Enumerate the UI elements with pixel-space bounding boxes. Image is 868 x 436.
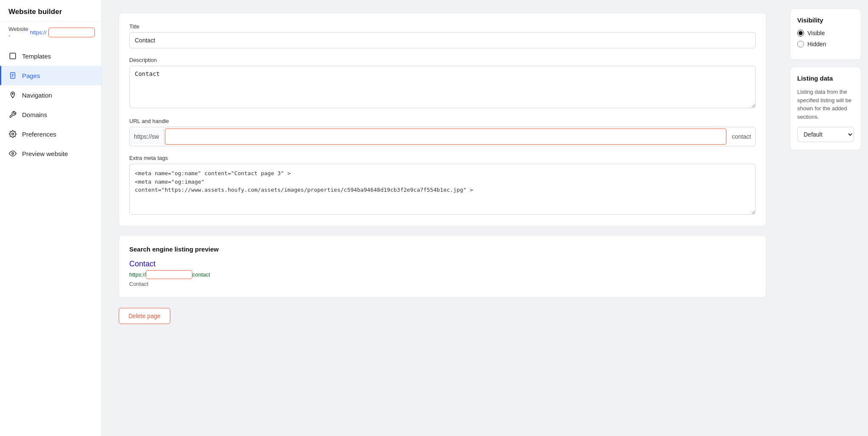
visible-label: Visible — [807, 30, 825, 36]
listing-title: Listing data — [797, 75, 854, 82]
seo-preview-url-row: https:// contact — [129, 270, 756, 279]
sidebar-item-preview[interactable]: Preview website — [0, 144, 101, 163]
description-textarea[interactable]: Contact — [129, 66, 756, 108]
sidebar-label-preferences: Preferences — [22, 131, 56, 138]
sidebar-item-navigation[interactable]: Navigation — [0, 85, 101, 105]
website-url-link[interactable]: https:// — [30, 29, 47, 36]
svg-rect-0 — [10, 53, 16, 59]
website-url-input[interactable] — [48, 28, 95, 37]
title-label: Title — [129, 23, 756, 30]
description-label: Description — [129, 57, 756, 63]
meta-label: Extra meta tags — [129, 155, 756, 161]
sidebar-header: Website builder — [0, 0, 101, 22]
visible-option[interactable]: Visible — [797, 30, 854, 36]
sidebar-item-preferences[interactable]: Preferences — [0, 124, 101, 144]
app-title: Website builder — [8, 8, 62, 16]
title-input[interactable] — [129, 32, 756, 48]
visibility-title: Visibility — [797, 17, 854, 24]
delete-page-button[interactable]: Delete page — [119, 308, 170, 324]
sidebar-label-pages: Pages — [22, 72, 40, 79]
meta-group: Extra meta tags <meta name="og:name" con… — [129, 155, 756, 216]
right-panel: Visibility Visible Hidden Listing data L… — [783, 0, 868, 436]
seo-preview-page-title: Contact — [129, 260, 756, 268]
url-group: URL and handle https://sw contact — [129, 118, 756, 146]
svg-point-7 — [12, 153, 14, 155]
seo-preview-card: Search engine listing preview Contact ht… — [119, 235, 766, 298]
seo-url-input[interactable] — [146, 270, 192, 279]
seo-preview-label: Search engine listing preview — [129, 246, 756, 253]
sidebar-nav: Templates Pages Navigation — [0, 43, 101, 167]
website-label: Website - — [8, 26, 28, 39]
listing-select[interactable]: Default Option 1 Option 2 — [797, 127, 854, 142]
hidden-radio[interactable] — [797, 41, 804, 48]
sidebar-item-templates[interactable]: Templates — [0, 46, 101, 66]
listing-desc: Listing data from the specified listing … — [797, 88, 854, 121]
sidebar-item-domains[interactable]: Domains — [0, 105, 101, 124]
title-card: Title Description Contact URL and handle… — [119, 13, 766, 226]
title-group: Title — [129, 23, 756, 48]
sidebar-label-navigation: Navigation — [22, 92, 52, 99]
sidebar: Website builder Website - https:// Templ… — [0, 0, 102, 436]
seo-preview-desc: Contact — [129, 281, 756, 287]
url-suffix: contact — [728, 129, 755, 144]
website-row: Website - https:// — [0, 22, 101, 43]
url-handle-input[interactable] — [165, 129, 726, 145]
main-content: Title Description Contact URL and handle… — [102, 0, 783, 436]
description-group: Description Contact — [129, 57, 756, 109]
meta-tags-textarea[interactable]: <meta name="og:name" content="Contact pa… — [129, 164, 756, 215]
hidden-label: Hidden — [807, 41, 826, 48]
svg-point-5 — [12, 93, 14, 95]
listing-data-card: Listing data Listing data from the speci… — [790, 67, 861, 150]
sidebar-label-domains: Domains — [22, 111, 47, 118]
eye-icon — [8, 149, 17, 158]
seo-url-suffix: contact — [192, 271, 210, 278]
pages-icon — [8, 71, 17, 80]
url-handle-row: https://sw contact — [129, 127, 756, 146]
sidebar-label-preview: Preview website — [22, 150, 68, 157]
url-label: URL and handle — [129, 118, 756, 124]
url-prefix: https://sw — [130, 129, 164, 144]
square-icon — [8, 52, 17, 60]
visibility-card: Visibility Visible Hidden — [790, 8, 861, 60]
gear-icon — [8, 130, 17, 138]
sidebar-item-pages[interactable]: Pages — [0, 66, 101, 85]
tools-icon — [8, 110, 17, 119]
seo-url-prefix: https:// — [129, 271, 146, 278]
visible-radio[interactable] — [797, 30, 804, 36]
svg-point-6 — [12, 133, 14, 135]
hidden-option[interactable]: Hidden — [797, 41, 854, 48]
pin-icon — [8, 91, 17, 99]
sidebar-label-templates: Templates — [22, 53, 51, 60]
